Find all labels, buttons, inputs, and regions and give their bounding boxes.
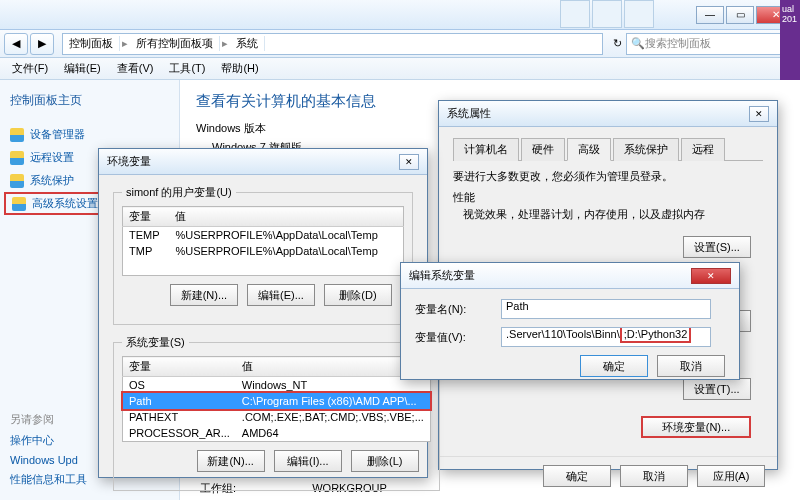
- settings-button[interactable]: 设置(S)...: [683, 236, 751, 258]
- perf-desc: 视觉效果，处理器计划，内存使用，以及虚拟内存: [453, 207, 763, 222]
- breadcrumb[interactable]: 控制面板▸ 所有控制面板项▸ 系统: [62, 33, 603, 55]
- nav-bar: ◀ ▶ 控制面板▸ 所有控制面板项▸ 系统 ↻ 🔍 搜索控制面板: [0, 30, 800, 58]
- search-placeholder: 搜索控制面板: [645, 36, 711, 51]
- col-val[interactable]: 值: [169, 207, 403, 227]
- value-text: .Server\110\Tools\Binn\: [506, 328, 620, 340]
- new-button[interactable]: 新建(N)...: [197, 450, 265, 472]
- refresh-icon[interactable]: ↻: [613, 37, 622, 50]
- vs-sidebar: ual201: [780, 0, 800, 80]
- dialog-title: 系统属性: [447, 106, 491, 121]
- sys-vars-group: 系统变量(S) 变量值 OSWindows_NT PathC:\Program …: [113, 335, 440, 491]
- menu-edit[interactable]: 编辑(E): [58, 59, 107, 78]
- admin-note: 要进行大多数更改，您必须作为管理员登录。: [453, 169, 763, 184]
- col-var[interactable]: 变量: [123, 357, 236, 377]
- menu-help[interactable]: 帮助(H): [215, 59, 264, 78]
- edit-button[interactable]: 编辑(E)...: [247, 284, 315, 306]
- see-also-link[interactable]: Windows Upd: [10, 451, 87, 469]
- user-vars-legend: simonf 的用户变量(U): [122, 185, 236, 200]
- menubar: 文件(F) 编辑(E) 查看(V) 工具(T) 帮助(H): [0, 58, 800, 80]
- sidebar-label: 远程设置: [30, 150, 74, 165]
- perf-heading: 性能: [453, 190, 763, 205]
- var-value-input[interactable]: .Server\110\Tools\Binn\;D:\Python32: [501, 327, 711, 347]
- tab-advanced[interactable]: 高级: [567, 138, 611, 161]
- menu-tools[interactable]: 工具(T): [163, 59, 211, 78]
- sys-vars-legend: 系统变量(S): [122, 335, 189, 350]
- window-titlebar: — ▭ ✕: [0, 0, 800, 30]
- cancel-button[interactable]: 取消: [620, 465, 688, 487]
- table-row-path[interactable]: PathC:\Program Files (x86)\AMD APP\...: [123, 393, 431, 409]
- user-vars-table[interactable]: 变量值 TEMP%USERPROFILE%\AppData\Local\Temp…: [122, 206, 404, 276]
- env-vars-dialog: 环境变量 ✕ simonf 的用户变量(U) 变量值 TEMP%USERPROF…: [98, 148, 428, 478]
- taskbar-thumbs: [560, 0, 654, 28]
- dialog-title: 环境变量: [107, 154, 151, 169]
- table-row[interactable]: TMP%USERPROFILE%\AppData\Local\Temp: [123, 243, 404, 259]
- dialog-title: 编辑系统变量: [409, 268, 475, 283]
- var-value-label: 变量值(V):: [415, 330, 501, 345]
- breadcrumb-item[interactable]: 控制面板: [63, 36, 120, 51]
- sidebar-label: 设备管理器: [30, 127, 85, 142]
- see-also-link[interactable]: 性能信息和工具: [10, 469, 87, 490]
- cancel-button[interactable]: 取消: [657, 355, 725, 377]
- minimize-button[interactable]: —: [696, 6, 724, 24]
- var-name-label: 变量名(N):: [415, 302, 501, 317]
- ok-button[interactable]: 确定: [543, 465, 611, 487]
- new-button[interactable]: 新建(N)...: [170, 284, 238, 306]
- sidebar-label: 系统保护: [30, 173, 74, 188]
- see-also: 另请参阅 操作中心 Windows Upd 性能信息和工具: [10, 409, 87, 490]
- close-icon[interactable]: ✕: [399, 154, 419, 170]
- sidebar-label: 高级系统设置: [32, 196, 98, 211]
- see-also-heading: 另请参阅: [10, 409, 87, 430]
- dialog-titlebar[interactable]: 编辑系统变量 ✕: [401, 263, 739, 289]
- search-input[interactable]: 🔍 搜索控制面板: [626, 33, 796, 55]
- apply-button[interactable]: 应用(A): [697, 465, 765, 487]
- tab-remote[interactable]: 远程: [681, 138, 725, 161]
- sidebar-heading[interactable]: 控制面板主页: [0, 88, 179, 113]
- table-row[interactable]: PATHEXT.COM;.EXE;.BAT;.CMD;.VBS;.VBE;...: [123, 409, 431, 425]
- sidebar-item-device-mgr[interactable]: 设备管理器: [0, 123, 179, 146]
- breadcrumb-item[interactable]: 所有控制面板项: [130, 36, 220, 51]
- edit-var-dialog: 编辑系统变量 ✕ 变量名(N): Path 变量值(V): .Server\11…: [400, 262, 740, 380]
- col-var[interactable]: 变量: [123, 207, 170, 227]
- ok-button[interactable]: 确定: [580, 355, 648, 377]
- dialog-titlebar[interactable]: 系统属性 ✕: [439, 101, 777, 127]
- shield-icon: [10, 174, 24, 188]
- shield-icon: [10, 151, 24, 165]
- table-row[interactable]: TEMP%USERPROFILE%\AppData\Local\Temp: [123, 227, 404, 244]
- see-also-link[interactable]: 操作中心: [10, 430, 87, 451]
- tab-protection[interactable]: 系统保护: [613, 138, 679, 161]
- forward-button[interactable]: ▶: [30, 33, 54, 55]
- delete-l-button[interactable]: 删除(L): [351, 450, 419, 472]
- shield-icon: [10, 128, 24, 142]
- var-name-input[interactable]: Path: [501, 299, 711, 319]
- delete-button[interactable]: 删除(D): [324, 284, 392, 306]
- dialog-titlebar[interactable]: 环境变量 ✕: [99, 149, 427, 175]
- close-icon[interactable]: ✕: [691, 268, 731, 284]
- menu-file[interactable]: 文件(F): [6, 59, 54, 78]
- shield-icon: [12, 197, 26, 211]
- edit-i-button[interactable]: 编辑(I)...: [274, 450, 342, 472]
- sys-vars-table[interactable]: 变量值 OSWindows_NT PathC:\Program Files (x…: [122, 356, 431, 442]
- menu-view[interactable]: 查看(V): [111, 59, 160, 78]
- back-button[interactable]: ◀: [4, 33, 28, 55]
- tab-strip: 计算机名 硬件 高级 系统保护 远程: [453, 137, 763, 161]
- breadcrumb-item[interactable]: 系统: [230, 36, 265, 51]
- env-vars-button[interactable]: 环境变量(N)...: [641, 416, 751, 438]
- maximize-button[interactable]: ▭: [726, 6, 754, 24]
- value-appended: ;D:\Python32: [620, 327, 692, 343]
- user-vars-group: simonf 的用户变量(U) 变量值 TEMP%USERPROFILE%\Ap…: [113, 185, 413, 325]
- tab-hardware[interactable]: 硬件: [521, 138, 565, 161]
- table-row[interactable]: PROCESSOR_AR...AMD64: [123, 425, 431, 442]
- table-row[interactable]: OSWindows_NT: [123, 377, 431, 394]
- close-icon[interactable]: ✕: [749, 106, 769, 122]
- tab-computer-name[interactable]: 计算机名: [453, 138, 519, 161]
